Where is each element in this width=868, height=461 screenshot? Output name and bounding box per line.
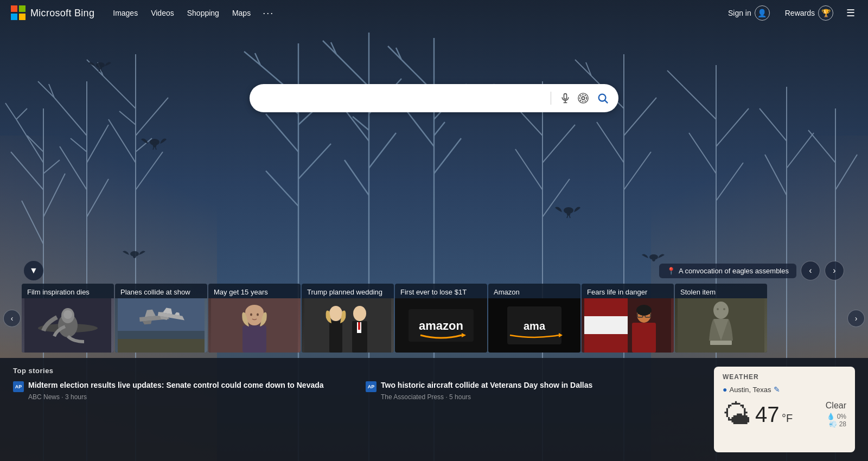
search-submit-button[interactable] [592, 90, 610, 106]
nav: Images Videos Shopping Maps ··· [107, 5, 278, 21]
svg-rect-131 [584, 298, 628, 317]
svg-point-115 [329, 306, 342, 321]
precip-icon: 💧 [827, 413, 835, 420]
nav-shopping[interactable]: Shopping [182, 7, 225, 20]
svg-point-139 [636, 305, 652, 316]
svg-point-104 [63, 310, 72, 319]
weather-temp-display: 47 °F [755, 402, 793, 427]
svg-rect-120 [358, 322, 360, 330]
cards-prev-arrow[interactable]: ‹ [3, 310, 21, 327]
card-15yr-label: May get 15 years [208, 284, 301, 298]
svg-point-95 [582, 97, 585, 100]
card-film-label: Film inspiration dies [22, 284, 114, 298]
weather-location-pin: ● [723, 385, 727, 394]
story-2-content: Two historic aircraft collide at Veteran… [381, 380, 592, 401]
story-2-text: Two historic aircraft collide at Veteran… [381, 380, 592, 391]
weather-condition-text: Clear [826, 401, 846, 411]
search-divider [551, 92, 551, 105]
svg-point-144 [717, 308, 719, 310]
card-amazon2-image: ama [488, 298, 580, 353]
search-input[interactable] [258, 93, 545, 103]
voice-search-button[interactable] [557, 91, 574, 106]
user-icon: 👤 [755, 5, 770, 21]
news-card-amazon2[interactable]: Amazon ama [488, 284, 580, 353]
news-card-amazon[interactable]: First ever to lose $1T amazon [395, 284, 487, 353]
svg-point-141 [713, 302, 729, 319]
card-film-image [22, 298, 114, 353]
card-stolen-image [675, 298, 767, 353]
svg-point-113 [257, 313, 259, 316]
svg-point-98 [599, 94, 606, 101]
carousel-prev-button[interactable]: ‹ [801, 261, 820, 280]
weather-temperature: 47 [755, 402, 780, 426]
weather-condition-icon: 🌤 [723, 398, 751, 431]
story-items: AP Midterm election results live updates… [13, 380, 705, 401]
news-card-stolen[interactable]: Stolen item [675, 284, 767, 353]
story-item-1[interactable]: AP Midterm election results live updates… [13, 380, 353, 401]
cards-row: ‹ Film inspiration dies [0, 284, 868, 353]
microphone-icon [560, 93, 571, 104]
story-2-source: The Associated Press · 5 hours [381, 393, 592, 401]
rewards-button[interactable]: Rewards 🏆 [781, 3, 838, 23]
weather-wind: 💨 28 [826, 420, 846, 428]
card-planes-image [115, 298, 207, 353]
location-pill: 📍 A convocation of eagles assembles [659, 264, 796, 278]
svg-point-96 [580, 95, 587, 102]
location-label: A convocation of eagles assembles [679, 267, 789, 275]
location-pin-icon: 📍 [667, 267, 675, 275]
hamburger-menu[interactable]: ☰ [844, 5, 857, 21]
cards-section: ▼ 📍 A convocation of eagles assembles ‹ … [0, 261, 868, 353]
rewards-icon: 🏆 [818, 5, 833, 21]
nav-videos[interactable]: Videos [145, 7, 180, 20]
card-amazon-label: First ever to lose $1T [395, 284, 487, 298]
search-icon [597, 92, 609, 104]
visual-search-button[interactable] [574, 90, 592, 106]
card-amazon-image: amazon [395, 298, 487, 353]
weather-details: 💧 0% 💨 28 [826, 413, 846, 428]
weather-widget: WEATHER ● Austin, Texas ✎ 🌤 47 °F Clear … [714, 367, 855, 452]
svg-rect-92 [564, 94, 567, 99]
svg-rect-110 [242, 325, 266, 353]
news-card-danger[interactable]: Fears life in danger [582, 284, 674, 353]
story-item-2[interactable]: AP Two historic aircraft collide at Vete… [366, 380, 705, 401]
collapse-button[interactable]: ▼ [24, 261, 43, 280]
wind-value: 28 [839, 420, 846, 428]
card-planes-label: Planes collide at show [115, 284, 207, 298]
weather-location: ● Austin, Texas ✎ [723, 385, 846, 394]
story-1-content: Midterm election results live updates: S… [28, 380, 324, 401]
nav-more-dots[interactable]: ··· [258, 5, 278, 21]
search-bar [250, 84, 618, 112]
story-1-source: ABC News · 3 hours [28, 393, 324, 401]
svg-point-145 [723, 308, 725, 310]
news-card-trump[interactable]: Trump planned wedding [302, 284, 394, 353]
story-1-text: Midterm election results live updates: S… [28, 380, 324, 391]
svg-point-112 [250, 313, 252, 316]
card-stolen-label: Stolen item [675, 284, 767, 298]
news-card-film[interactable]: Film inspiration dies [22, 284, 114, 353]
card-danger-image [582, 298, 674, 353]
card-danger-label: Fears life in danger [582, 284, 674, 298]
story-2-icon: AP [366, 381, 376, 392]
logo-sq-blue [11, 14, 17, 20]
bottom-bar: Top stories AP Midterm election results … [0, 358, 868, 461]
nav-images[interactable]: Images [107, 7, 143, 20]
sign-in-button[interactable]: Sign in 👤 [724, 3, 774, 23]
card-15yr-image [208, 298, 301, 353]
svg-rect-132 [584, 316, 628, 335]
svg-rect-133 [584, 334, 628, 353]
weather-edit-button[interactable]: ✎ [774, 385, 780, 394]
weather-unit: °F [782, 412, 793, 424]
weather-right-panel: Clear 💧 0% 💨 28 [826, 401, 846, 428]
rewards-label: Rewards [785, 9, 815, 17]
news-card-15yr[interactable]: May get 15 years [208, 284, 301, 353]
search-container [250, 84, 618, 112]
logo-grid [11, 5, 26, 21]
svg-rect-114 [304, 298, 391, 353]
logo[interactable]: Microsoft Bing [11, 5, 94, 21]
svg-line-99 [605, 100, 608, 103]
carousel-next-button[interactable]: › [825, 261, 844, 280]
nav-maps[interactable]: Maps [227, 7, 256, 20]
cards-next-arrow[interactable]: › [847, 310, 865, 327]
weather-precip: 💧 0% [826, 413, 846, 420]
news-card-planes[interactable]: Planes collide at show [115, 284, 207, 353]
